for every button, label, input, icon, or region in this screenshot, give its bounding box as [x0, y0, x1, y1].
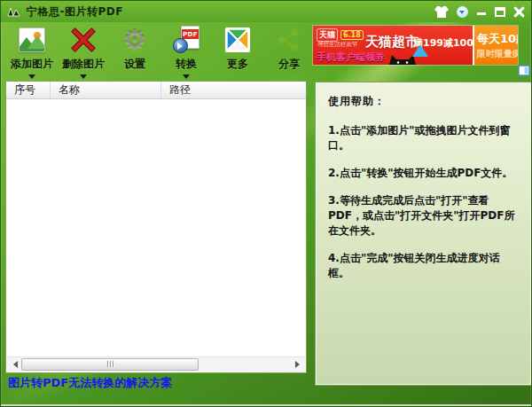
- pdf-label: PDF: [182, 29, 199, 39]
- delete-images-button[interactable]: 删除图片: [58, 26, 109, 82]
- app-window: 宁格思-图片转PDF 添加图片: [0, 0, 532, 407]
- settings-button[interactable]: ⚙ 设置: [109, 26, 160, 82]
- ad-toggle-icon[interactable]: [518, 64, 531, 77]
- help-step: 3.等待生成完成后点击"打开"查看PDF，或点击"打开文件夹"打开PDF所在文件…: [328, 193, 519, 239]
- ad-badge-618: 6.18: [340, 30, 364, 40]
- add-image-icon: [18, 26, 46, 54]
- arrow-left-icon: [10, 361, 18, 368]
- arrow-right-icon: [295, 361, 303, 368]
- share-button[interactable]: 分享: [263, 26, 315, 82]
- file-list-body[interactable]: [6, 99, 306, 356]
- scroll-right-button[interactable]: [291, 357, 305, 372]
- play-icon: [173, 38, 188, 53]
- column-header-index[interactable]: 序号: [6, 82, 51, 98]
- button-label: 分享: [278, 57, 300, 72]
- scrollbar-track[interactable]: [21, 357, 291, 372]
- more-button[interactable]: 更多: [212, 26, 263, 82]
- ad-triangle-decoration: [412, 44, 428, 57]
- ad-limited-text: 限时限量疯狂: [477, 48, 518, 60]
- change-skin-button[interactable]: [434, 6, 449, 18]
- ad-daily-text: 每天10款: [477, 31, 518, 47]
- titlebar: 宁格思-图片转PDF: [1, 1, 531, 22]
- scroll-left-button[interactable]: [7, 357, 21, 372]
- ad-slogan: 理想生活狂欢节: [317, 41, 358, 49]
- ad-coupon-text: 手机客户端领券: [317, 51, 385, 64]
- close-button[interactable]: [513, 6, 525, 18]
- maximize-button[interactable]: [495, 7, 505, 17]
- file-list-panel: 序号 名称 路径: [5, 81, 307, 373]
- column-header-name[interactable]: 名称: [51, 82, 161, 98]
- ad-banner[interactable]: 天猫 6.18 理想生活狂欢节 天猫超市 满199减100 手机客户端领券 每天…: [313, 26, 518, 65]
- app-logo-icon: [7, 4, 21, 19]
- help-step: 1.点击"添加图片"或拖拽图片文件到窗口。: [328, 123, 519, 153]
- convert-pdf-icon: PDF: [172, 26, 200, 54]
- ad-headline: 天猫超市: [365, 34, 419, 51]
- button-label: 更多: [227, 57, 248, 72]
- window-bottom-edge: [1, 404, 531, 406]
- settings-gear-icon: ⚙: [121, 26, 149, 54]
- minimize-button[interactable]: [476, 6, 487, 17]
- convert-button[interactable]: PDF 转换: [160, 26, 212, 82]
- table-header: 序号 名称 路径: [6, 82, 306, 99]
- ad-banner-right: 每天10款 限时限量疯狂: [473, 26, 518, 65]
- share-icon: [275, 26, 303, 54]
- help-step: 4.点击"完成"按钮关闭生成进度对话框。: [328, 251, 519, 281]
- more-pinwheel-icon: [223, 26, 252, 54]
- button-label: 删除图片: [62, 57, 105, 72]
- help-step: 2.点击"转换"按钮开始生成PDF文件。: [328, 166, 519, 181]
- add-images-button[interactable]: 添加图片: [6, 26, 58, 82]
- titlebar-controls: [434, 6, 525, 18]
- column-header-path[interactable]: 路径: [161, 82, 306, 98]
- help-title: 使用帮助：: [328, 94, 519, 109]
- button-label: 转换: [176, 57, 197, 72]
- shirt-icon: [434, 6, 449, 18]
- scrollbar-thumb[interactable]: [21, 358, 199, 371]
- ad-banner-left: 天猫 6.18 理想生活狂欢节 天猫超市 满199减100 手机客户端领券: [313, 26, 473, 65]
- toolbar: 添加图片 删除图片 ⚙ 设置 PDF: [6, 26, 315, 82]
- window-title: 宁格思-图片转PDF: [27, 4, 123, 20]
- pdf-solution-link[interactable]: 图片转PDF无法转换的解决方案: [8, 375, 172, 391]
- tmall-logo: 天猫: [317, 28, 338, 42]
- help-panel: 使用帮助： 1.点击"添加图片"或拖拽图片文件到窗口。 2.点击"转换"按钮开始…: [316, 82, 531, 385]
- delete-image-icon: [69, 26, 98, 54]
- skin-menu-button[interactable]: [457, 6, 468, 18]
- button-label: 添加图片: [11, 57, 53, 72]
- horizontal-scrollbar[interactable]: [7, 356, 305, 372]
- button-label: 设置: [124, 57, 145, 72]
